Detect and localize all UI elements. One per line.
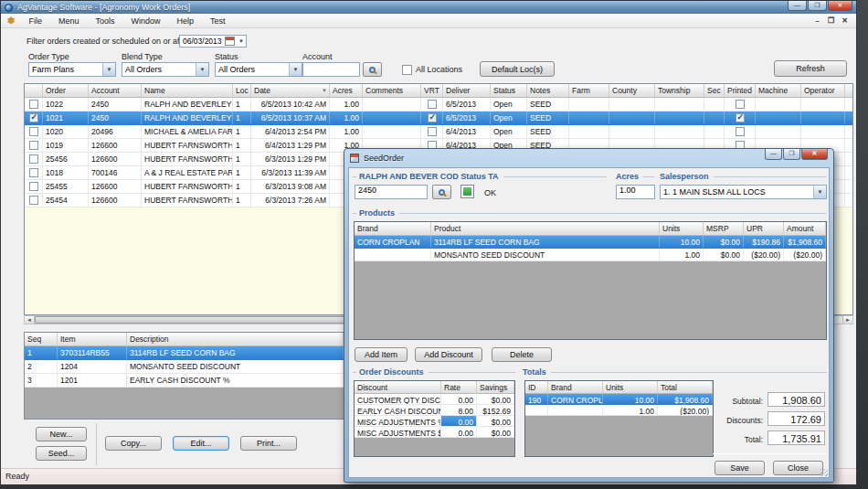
filter-date-picker[interactable]: 06/03/2013 ▼ xyxy=(179,35,247,48)
column-header[interactable]: Sec xyxy=(704,84,725,97)
grid-cell[interactable]: 6/5/2013 10:42 AM xyxy=(251,98,330,111)
column-header[interactable] xyxy=(25,84,43,97)
calendar-icon[interactable] xyxy=(225,37,235,46)
row-checkbox[interactable] xyxy=(428,100,437,109)
grid-cell[interactable]: 3703114RB55 xyxy=(58,346,127,359)
grid-cell[interactable]: 3114RB LF SEED CORN BAG xyxy=(127,346,344,359)
grid-cell[interactable]: 6/3/2013 1:29 PM xyxy=(251,153,330,165)
grid-cell[interactable]: 25454 xyxy=(43,194,89,207)
line-items-grid[interactable]: SeqItemDescription13703114RB553114RB LF … xyxy=(24,332,344,420)
grid-cell[interactable]: 1204 xyxy=(58,360,127,373)
row-checkbox[interactable] xyxy=(29,141,38,150)
grid-cell[interactable]: 1 xyxy=(233,98,251,111)
dialog-close-icon[interactable]: ✕ xyxy=(801,149,828,160)
grid-cell[interactable]: HUBERT FARNSWORTH ... xyxy=(142,139,233,152)
grid-cell[interactable] xyxy=(655,125,704,138)
grid-cell[interactable]: 1 xyxy=(25,346,58,359)
grid-cell[interactable] xyxy=(421,125,443,138)
products-grid[interactable]: BrandProductUnitsMSRPUPRAmountCORN CROPL… xyxy=(354,221,827,340)
menu-tools[interactable]: Tools xyxy=(87,15,122,27)
line-item-row[interactable]: 21204MONSANTO SEED DISCOUNT xyxy=(25,360,344,374)
grid-cell[interactable]: 1 xyxy=(233,139,251,152)
order-type-select[interactable]: Farm Plans ▼ xyxy=(28,62,116,77)
column-header[interactable]: Operator xyxy=(801,84,845,97)
grid-cell[interactable]: 700146 xyxy=(89,166,142,179)
title-bar[interactable]: AgVantage Software - [Agronomy Work Orde… xyxy=(1,1,856,14)
grid-cell[interactable]: 1 xyxy=(233,153,251,165)
discount-row[interactable]: EARLY CASH DISCOUNT %...8.00$152.69 xyxy=(355,405,514,416)
column-header[interactable]: Discount xyxy=(355,381,441,393)
minimize-icon[interactable]: — xyxy=(788,1,807,11)
column-header[interactable]: Units xyxy=(603,381,658,393)
row-checkbox[interactable] xyxy=(736,127,745,136)
product-row[interactable]: MONSANTO SEED DISCOUNT1.00$0.00($20.00)(… xyxy=(355,249,826,261)
close-icon[interactable]: ✕ xyxy=(828,1,852,11)
close-button[interactable]: Close xyxy=(773,461,823,475)
grid-cell[interactable]: 126600 xyxy=(89,153,142,165)
row-checkbox[interactable] xyxy=(29,100,38,109)
default-locs-button[interactable]: Default Loc(s) xyxy=(480,61,555,77)
column-header[interactable]: Product xyxy=(431,222,660,235)
grid-cell[interactable]: 8.00 xyxy=(441,405,477,415)
save-button[interactable]: Save xyxy=(715,461,765,475)
grid-cell[interactable] xyxy=(801,112,845,124)
row-checkbox[interactable] xyxy=(29,196,38,205)
grid-cell[interactable]: 1 xyxy=(233,166,251,179)
grid-cell[interactable] xyxy=(704,112,725,124)
grid-cell[interactable] xyxy=(655,98,704,111)
grid-cell[interactable]: MISC ADJUSTMENTS $/UN... xyxy=(355,427,441,437)
column-header[interactable]: Status xyxy=(491,84,527,97)
grid-cell[interactable] xyxy=(25,180,43,193)
grid-cell[interactable]: HUBERT FARNSWORTH ... xyxy=(142,194,233,207)
row-checkbox[interactable] xyxy=(428,113,437,122)
grid-cell[interactable]: 1018 xyxy=(43,166,89,179)
row-checkbox[interactable] xyxy=(736,100,745,109)
grid-cell[interactable]: $1,908.60 xyxy=(658,394,713,404)
grid-cell[interactable]: 2450 xyxy=(89,98,142,111)
grid-cell[interactable] xyxy=(756,98,801,111)
grid-cell[interactable]: 6/3/2013 7:26 AM xyxy=(251,194,330,207)
grid-cell[interactable]: ($20.00) xyxy=(744,249,784,260)
scroll-left-icon[interactable]: ◄ xyxy=(25,316,35,324)
grid-cell[interactable] xyxy=(25,139,43,152)
discount-row[interactable]: MISC ADJUSTMENTS $/UN...0.00$0.00 xyxy=(355,427,514,438)
grid-cell[interactable]: CUSTOMER QTY DISCOUN... xyxy=(355,394,441,404)
print-button[interactable]: Print... xyxy=(240,436,297,451)
totals-row[interactable]: 190CORN CROPLAN10.00$1,908.60 xyxy=(525,394,713,405)
grid-cell[interactable]: RALPH AND BEVERLEY FR... xyxy=(142,98,233,111)
grid-cell[interactable]: 6/3/2013 9:08 AM xyxy=(251,180,330,193)
dialog-minimize-icon[interactable]: — xyxy=(765,149,782,160)
grid-cell[interactable] xyxy=(25,166,43,179)
all-locations-checkbox[interactable] xyxy=(402,65,412,75)
grid-cell[interactable]: 0.00 xyxy=(441,394,477,404)
row-checkbox[interactable] xyxy=(29,113,38,122)
chevron-down-icon[interactable]: ▼ xyxy=(289,63,302,76)
row-checkbox[interactable] xyxy=(428,127,437,136)
column-header[interactable]: County xyxy=(609,84,655,97)
grid-cell[interactable]: 0.00 xyxy=(441,427,477,437)
grid-cell[interactable]: MICHAEL & AMELIA FARAG... xyxy=(142,125,233,138)
grid-cell[interactable] xyxy=(25,125,43,138)
dialog-maximize-icon[interactable]: ❐ xyxy=(783,149,800,160)
status-select[interactable]: All Orders ▼ xyxy=(215,62,302,77)
grid-cell[interactable]: ($20.00) xyxy=(658,405,713,415)
column-header[interactable]: Brand xyxy=(548,381,603,393)
grid-cell[interactable]: $152.69 xyxy=(477,405,514,415)
refresh-button[interactable]: Refresh xyxy=(774,60,847,77)
grid-cell[interactable]: 1021 xyxy=(43,112,89,124)
column-header[interactable]: Loc xyxy=(233,84,251,97)
column-header[interactable]: Comments xyxy=(363,84,421,97)
dialog-title-bar[interactable]: SeedOrder — ❐ ✕ xyxy=(344,149,833,167)
grid-cell[interactable]: CORN CROPLAN xyxy=(355,236,431,248)
order-row[interactable]: 102020496MICHAEL & AMELIA FARAG...16/4/2… xyxy=(25,125,852,139)
grid-cell[interactable]: $0.00 xyxy=(477,394,514,404)
acres-input[interactable]: 1.00 xyxy=(616,185,655,199)
discount-row[interactable]: MISC ADJUSTMENTS % ...0.00$0.00 xyxy=(355,416,514,427)
grid-cell[interactable]: SEED xyxy=(527,125,569,138)
menu-help[interactable]: Help xyxy=(168,15,202,27)
column-header[interactable]: Savings xyxy=(477,381,514,393)
grid-cell[interactable] xyxy=(725,125,756,138)
grid-cell[interactable] xyxy=(704,98,725,111)
menu-menu[interactable]: Menu xyxy=(50,15,88,27)
grid-cell[interactable]: 1.00 xyxy=(330,98,363,111)
